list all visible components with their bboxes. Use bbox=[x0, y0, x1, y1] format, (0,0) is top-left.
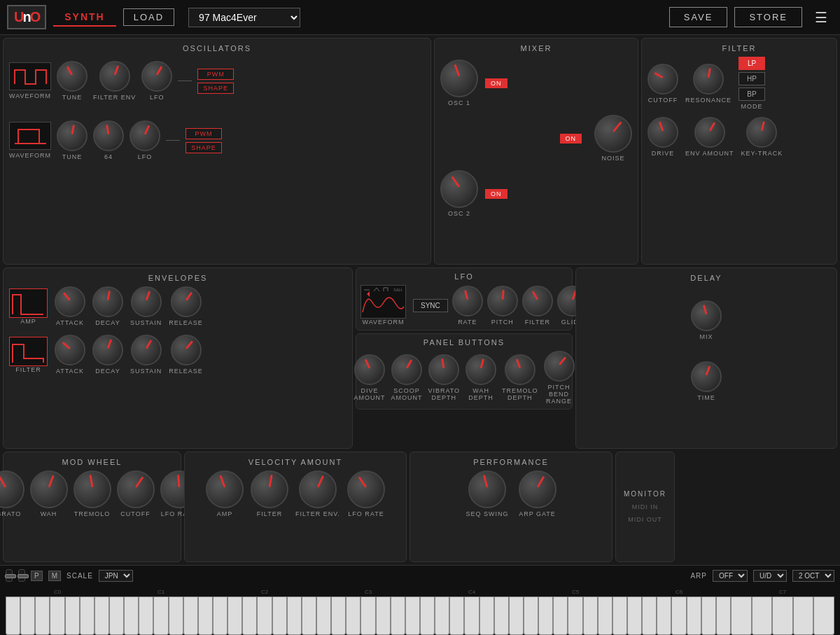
filter-cutoff-knob[interactable] bbox=[648, 64, 678, 95]
tab-load[interactable]: LOAD bbox=[123, 8, 174, 26]
white-key-g3[interactable] bbox=[376, 596, 391, 635]
white-key-b4[interactable] bbox=[509, 596, 524, 635]
white-key-c3[interactable] bbox=[316, 596, 331, 635]
osc1-shape-button[interactable]: SHAPE bbox=[197, 83, 234, 94]
white-key-g5[interactable] bbox=[583, 596, 598, 635]
store-button[interactable]: STORE bbox=[734, 7, 802, 27]
filter-attack-knob[interactable] bbox=[55, 335, 85, 365]
white-key-g6[interactable] bbox=[687, 596, 701, 635]
white-key-a1[interactable] bbox=[183, 596, 198, 635]
white-key-a2[interactable] bbox=[287, 596, 302, 635]
white-key-e2[interactable] bbox=[242, 596, 257, 635]
amp-release-knob[interactable] bbox=[171, 286, 202, 317]
white-key-d7[interactable] bbox=[752, 596, 773, 635]
mixer-osc1-knob[interactable] bbox=[440, 60, 478, 97]
arp-octave-select[interactable]: 2 OCT bbox=[792, 570, 834, 582]
scoop-amount-knob[interactable] bbox=[391, 354, 422, 385]
white-key-f7[interactable] bbox=[793, 596, 814, 635]
lfo-sync-button[interactable]: SYNC bbox=[413, 299, 448, 312]
white-key-e3[interactable] bbox=[346, 596, 360, 635]
seq-swing-knob[interactable] bbox=[468, 470, 506, 508]
white-key-g0[interactable] bbox=[65, 596, 80, 635]
white-key-a5[interactable] bbox=[598, 596, 612, 635]
filter-decay-knob[interactable] bbox=[92, 335, 123, 365]
osc1-tune-knob[interactable] bbox=[57, 61, 88, 92]
mod-vibrato-knob[interactable] bbox=[0, 470, 24, 508]
white-key-d2[interactable] bbox=[227, 596, 242, 635]
white-key-c7[interactable] bbox=[731, 596, 752, 635]
white-key-g1[interactable] bbox=[169, 596, 183, 635]
mixer-noise-on-button[interactable]: ON bbox=[560, 134, 582, 144]
mixer-osc2-knob[interactable] bbox=[440, 170, 478, 208]
wah-depth-knob[interactable] bbox=[465, 354, 496, 385]
white-key-e5[interactable] bbox=[553, 596, 568, 635]
osc1-lfo-knob[interactable] bbox=[141, 61, 172, 92]
lfo-rate-knob[interactable] bbox=[452, 286, 483, 316]
delay-time-knob[interactable] bbox=[691, 361, 722, 392]
vel-filter-knob[interactable] bbox=[251, 470, 288, 508]
osc2-tune-knob[interactable] bbox=[57, 120, 88, 151]
white-key-d3[interactable] bbox=[331, 596, 346, 635]
pitch-slider[interactable] bbox=[6, 569, 13, 582]
filter-sustain-knob[interactable] bbox=[131, 335, 162, 365]
osc2-lfo-knob[interactable] bbox=[130, 120, 160, 151]
preset-selector[interactable]: 97 Mac4Ever bbox=[188, 8, 300, 27]
white-key-d5[interactable] bbox=[538, 596, 553, 635]
white-key-f3[interactable] bbox=[360, 596, 375, 635]
white-key-e1[interactable] bbox=[139, 596, 153, 635]
white-key-b0[interactable] bbox=[94, 596, 109, 635]
white-key-c1[interactable] bbox=[109, 596, 124, 635]
tab-synth[interactable]: SYNTH bbox=[53, 8, 115, 27]
white-key-a4[interactable] bbox=[494, 596, 509, 635]
white-key-e0[interactable] bbox=[35, 596, 50, 635]
mod-tremolo-knob[interactable] bbox=[74, 470, 111, 508]
arp-direction-select[interactable]: U/D bbox=[753, 570, 787, 582]
white-key-a6[interactable] bbox=[701, 596, 716, 635]
white-key-f6[interactable] bbox=[671, 596, 686, 635]
white-key-f0[interactable] bbox=[50, 596, 64, 635]
white-key-e4[interactable] bbox=[449, 596, 464, 635]
mixer-osc2-on-button[interactable]: ON bbox=[485, 189, 507, 199]
osc2-filter-knob[interactable] bbox=[93, 120, 124, 151]
white-key-d6[interactable] bbox=[642, 596, 657, 635]
osc2-waveform-display[interactable] bbox=[9, 122, 51, 150]
filter-bp-button[interactable]: BP bbox=[738, 88, 765, 101]
osc1-filterenv-knob[interactable] bbox=[99, 61, 130, 92]
white-key-c5[interactable] bbox=[524, 596, 538, 635]
white-key-c0[interactable] bbox=[6, 596, 20, 635]
scale-select[interactable]: JPN bbox=[99, 570, 133, 582]
m-button[interactable]: M bbox=[48, 571, 61, 581]
white-key-d0[interactable] bbox=[20, 596, 35, 635]
filter-keytrack-knob[interactable] bbox=[746, 117, 777, 148]
amp-attack-knob[interactable] bbox=[55, 286, 85, 317]
white-key-c6[interactable] bbox=[627, 596, 642, 635]
white-key-g4[interactable] bbox=[479, 596, 494, 635]
vel-lforate-knob[interactable] bbox=[347, 470, 385, 508]
osc1-pwm-button[interactable]: PWM bbox=[197, 69, 234, 80]
white-key-a3[interactable] bbox=[391, 596, 405, 635]
arp-value-select[interactable]: OFF bbox=[713, 570, 748, 582]
white-key-b1[interactable] bbox=[198, 596, 213, 635]
dive-amount-knob[interactable] bbox=[354, 354, 385, 385]
white-key-b3[interactable] bbox=[405, 596, 420, 635]
white-key-b5[interactable] bbox=[612, 596, 627, 635]
amp-decay-knob[interactable] bbox=[92, 286, 123, 317]
white-key-c2[interactable] bbox=[213, 596, 227, 635]
vel-filterenv-knob[interactable] bbox=[299, 470, 337, 508]
white-key-b2[interactable] bbox=[302, 596, 316, 635]
lfo-pitch-knob[interactable] bbox=[487, 286, 518, 316]
pitch-bend-range-knob[interactable] bbox=[544, 351, 575, 382]
white-key-b6[interactable] bbox=[716, 596, 731, 635]
white-key-f4[interactable] bbox=[464, 596, 479, 635]
amp-sustain-knob[interactable] bbox=[131, 286, 162, 317]
save-button[interactable]: SAVE bbox=[669, 7, 728, 27]
p-button[interactable]: P bbox=[31, 571, 43, 581]
white-key-d1[interactable] bbox=[124, 596, 139, 635]
white-key-e7[interactable] bbox=[772, 596, 793, 635]
filter-lp-button[interactable]: LP bbox=[738, 57, 765, 70]
arp-gate-knob[interactable] bbox=[519, 470, 556, 508]
white-key-c4[interactable] bbox=[420, 596, 435, 635]
white-key-f1[interactable] bbox=[153, 596, 168, 635]
delay-mix-knob[interactable] bbox=[691, 300, 722, 331]
white-key-a0[interactable] bbox=[80, 596, 94, 635]
